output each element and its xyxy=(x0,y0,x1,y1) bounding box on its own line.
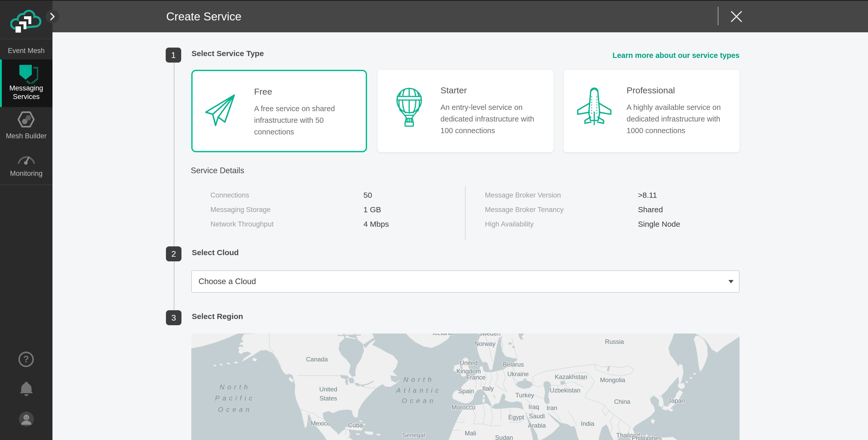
svg-text:Italy: Italy xyxy=(482,385,494,392)
svg-text:O c e a n: O c e a n xyxy=(402,397,434,405)
svg-text:Philippines: Philippines xyxy=(632,435,662,440)
svg-text:Iran: Iran xyxy=(547,404,557,411)
svg-text:Mongolia: Mongolia xyxy=(600,376,625,383)
svg-text:A t l a n t i c: A t l a n t i c xyxy=(396,386,439,394)
svg-text:Senegal: Senegal xyxy=(402,432,425,438)
svg-text:Iraq: Iraq xyxy=(528,403,539,410)
svg-text:Mali: Mali xyxy=(465,430,476,437)
svg-text:N o r t h: N o r t h xyxy=(220,383,248,391)
svg-text:Arabia: Arabia xyxy=(528,422,546,429)
svg-text:Egypt: Egypt xyxy=(508,414,524,420)
svg-text:Uzbekistan: Uzbekistan xyxy=(550,387,581,394)
svg-text:Sweden: Sweden xyxy=(478,334,501,337)
svg-text:Canada: Canada xyxy=(306,356,328,363)
svg-text:Spain: Spain xyxy=(458,387,474,395)
svg-text:United: United xyxy=(460,359,477,366)
svg-text:Kingdom: Kingdom xyxy=(457,368,481,375)
svg-text:China: China xyxy=(614,398,630,405)
svg-text:Kazakhstan: Kazakhstan xyxy=(555,373,587,380)
svg-text:Belarus: Belarus xyxy=(503,361,524,368)
svg-text:Iceland: Iceland xyxy=(432,334,452,336)
svg-text:O c e a n: O c e a n xyxy=(218,406,250,413)
svg-text:Saudi: Saudi xyxy=(529,413,545,419)
svg-text:States: States xyxy=(319,395,337,402)
svg-text:Mexico: Mexico xyxy=(311,420,330,427)
svg-text:France: France xyxy=(466,374,486,381)
svg-text:India: India xyxy=(581,420,594,427)
svg-text:Morocco: Morocco xyxy=(452,404,475,411)
svg-text:?: ? xyxy=(23,354,29,365)
svg-text:Sudan: Sudan xyxy=(495,434,513,440)
svg-text:Japan: Japan xyxy=(668,397,685,404)
svg-text:United: United xyxy=(319,386,337,393)
svg-text:Turkey: Turkey xyxy=(516,392,534,399)
svg-text:Ukraine: Ukraine xyxy=(507,371,529,377)
svg-text:Russia: Russia xyxy=(605,338,624,345)
svg-text:Norway: Norway xyxy=(474,340,495,347)
svg-text:P a c i f i c: P a c i f i c xyxy=(215,394,253,402)
svg-text:Cuba: Cuba xyxy=(348,422,363,429)
svg-text:N o r t h: N o r t h xyxy=(403,376,432,383)
